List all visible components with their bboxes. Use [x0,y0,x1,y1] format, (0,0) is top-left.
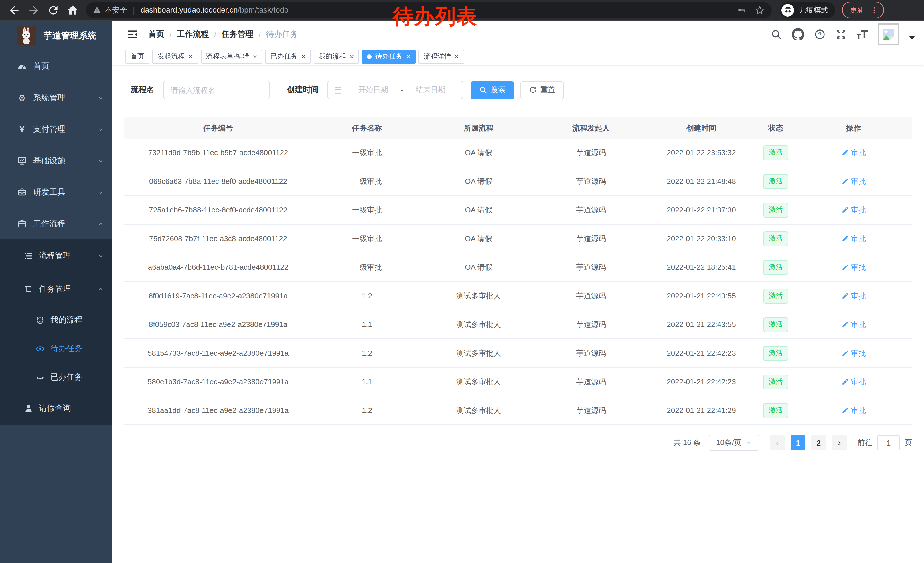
approve-link[interactable]: 审批 [841,176,866,186]
sidebar-fold-icon[interactable] [127,29,138,40]
status-badge: 激活 [763,231,788,246]
sidebar-item-leave-query[interactable]: 请假查询 [0,392,112,425]
sidebar-item-home[interactable]: 首页 [0,50,112,82]
close-icon[interactable]: × [406,53,411,60]
edit-pencil-icon [841,206,849,214]
font-size-icon[interactable]: TT [857,29,868,40]
cell-initiator: 芋道源码 [536,225,646,252]
close-icon[interactable]: × [301,53,305,60]
process-name-input[interactable] [163,81,270,99]
page-unit-label: 页 [904,438,912,448]
sidebar-item-infrastructure[interactable]: 基础设施 [0,145,112,176]
reload-icon[interactable] [47,4,60,17]
fullscreen-icon[interactable] [836,29,847,40]
search-icon [479,86,487,94]
bookmark-star-icon[interactable] [754,5,765,15]
sidebar-item-workflow[interactable]: 工作流程 [0,208,112,239]
cell-process: OA 请假 [422,225,536,252]
avatar[interactable] [878,24,899,45]
cell-task-id: 8f059c03-7ac8-11ec-a9e2-a2380e71991a [124,311,313,338]
avatar-dropdown-caret[interactable] [909,36,915,39]
cell-initiator: 芋道源码 [536,368,646,396]
incognito-icon [782,4,794,17]
cell-initiator: 芋道源码 [536,396,646,424]
col-status: 状态 [756,117,795,139]
close-icon[interactable]: × [350,53,354,60]
tab-start-process[interactable]: 发起流程× [152,50,198,63]
eye-closed-icon [36,373,45,382]
page-size-select[interactable]: 10条/页 [709,435,759,451]
prev-page-button[interactable]: ‹ [770,435,785,450]
approve-link[interactable]: 审批 [841,205,866,215]
sidebar-item-dev-tools[interactable]: 研发工具 [0,176,112,208]
navbar: 首页 / 工作流程 / 任务管理 / 待办任务 ? TT [112,21,924,48]
reset-button[interactable]: 重置 [520,81,564,99]
breadcrumb-home[interactable]: 首页 [148,29,164,39]
approve-link[interactable]: 审批 [841,319,866,330]
page-button-1[interactable]: 1 [790,435,806,450]
tab-done-task[interactable]: 已办任务× [265,50,310,63]
chevron-down-icon [98,189,104,195]
search-button[interactable]: 搜索 [471,81,514,99]
sidebar-item-system[interactable]: ⚙ 系统管理 [0,82,112,113]
tab-process-form-edit[interactable]: 流程表单-编辑× [201,50,262,63]
table-row: 73211d9d-7b9b-11ec-b5b7-acde48001122 一级审… [124,139,912,167]
approve-link[interactable]: 审批 [841,377,866,387]
tab-home[interactable]: 首页 [125,50,149,63]
sidebar-item-payment[interactable]: ¥ 支付管理 [0,113,112,145]
cell-task-name: 1.1 [313,368,422,396]
cell-initiator: 芋道源码 [536,253,646,281]
breadcrumb-current: 待办任务 [266,29,298,39]
filter-form: 流程名 创建时间 开始日期 - 结束日期 搜索 重置 [112,81,924,99]
end-date-placeholder: 结束日期 [404,85,457,95]
close-icon[interactable]: × [253,53,257,60]
next-page-button[interactable]: › [832,435,847,450]
help-icon[interactable]: ? [814,29,826,40]
refresh-icon [529,86,537,94]
password-key-icon[interactable] [737,5,747,15]
breadcrumb-task-mgmt[interactable]: 任务管理 [222,29,254,39]
sidebar-item-process-mgmt[interactable]: 流程管理 [0,239,112,273]
cell-task-name: 一级审批 [313,253,422,281]
sidebar-item-todo-task[interactable]: 待办任务 [0,335,112,363]
tab-my-process[interactable]: 我的流程× [314,50,359,63]
github-icon[interactable] [792,28,805,41]
approve-link[interactable]: 审批 [841,405,866,416]
forward-icon[interactable] [27,4,40,17]
app-logo-rabbit [17,26,36,45]
chevron-down-icon [98,252,104,260]
cell-task-id: a6aba0a4-7b6d-11ec-b781-acde48001122 [124,253,313,281]
page-button-2[interactable]: 2 [811,435,826,450]
table-row: a6aba0a4-7b6d-11ec-b781-acde48001122 一级审… [124,253,912,282]
cell-created: 2022-01-22 20:33:10 [646,225,756,252]
annotation-todo-list: 待办列表 [393,6,477,27]
date-range-picker[interactable]: 开始日期 - 结束日期 [327,81,463,99]
sidebar-item-done-task[interactable]: 已办任务 [0,363,112,392]
approve-link[interactable]: 审批 [841,147,866,158]
browser-menu-update[interactable]: 更新 [842,2,884,18]
kebab-menu-icon[interactable] [870,6,878,14]
table-row: 069c6a63-7b8a-11ec-8ef0-acde48001122 一级审… [124,167,912,196]
back-icon[interactable] [8,4,21,17]
approve-link[interactable]: 审批 [841,348,866,358]
list-icon [24,251,33,261]
search-icon[interactable] [771,29,782,40]
cell-task-id: 58154733-7ac8-11ec-a9e2-a2380e71991a [124,339,313,367]
sidebar-item-task-mgmt[interactable]: 任务管理 [0,273,112,306]
cell-created: 2022-01-21 22:42:23 [646,339,756,367]
tab-process-detail[interactable]: 流程详情× [418,50,464,63]
approve-link[interactable]: 审批 [841,291,866,301]
approve-link[interactable]: 审批 [841,233,866,244]
approve-link[interactable]: 审批 [841,262,866,272]
start-date-placeholder: 开始日期 [347,85,400,95]
tab-todo-task[interactable]: 待办任务× [362,50,416,63]
close-icon[interactable]: × [188,53,193,60]
home-icon[interactable] [66,4,79,17]
url-path: /bpm/task/todo [238,6,288,14]
sidebar-item-my-process[interactable]: 我的流程 [0,306,112,335]
app-logo-row[interactable]: 芋道管理系统 [0,21,112,50]
goto-page-input[interactable] [877,435,900,450]
breadcrumb-workflow[interactable]: 工作流程 [177,29,209,39]
update-label: 更新 [850,5,864,15]
close-icon[interactable]: × [454,53,459,60]
